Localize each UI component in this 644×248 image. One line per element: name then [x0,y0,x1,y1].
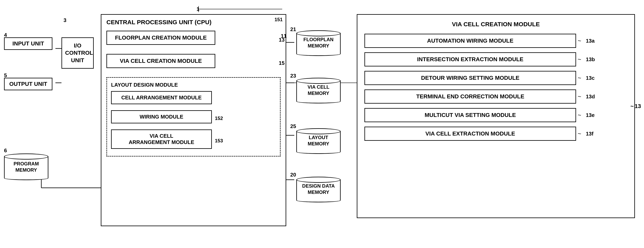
ref-13e: 13e [586,112,594,118]
output-unit-label: OUTPUT UNIT [4,78,52,90]
io-control-label: I/O CONTROL UNIT [62,37,94,69]
wiring-module: WIRING MODULE [111,110,212,123]
input-unit-label: INPUT UNIT [4,37,52,50]
wiring-row: WIRING MODULE 152 [111,110,276,127]
floorplan-memory-cylinder: FLOORPLAN MEMORY [296,30,341,56]
label-20: 20 [290,172,296,178]
label-3: 3 [64,17,66,24]
detour-wiring-setting-module: DETOUR WIRING SETTING MODULE [364,71,576,85]
output-unit-box: OUTPUT UNIT [4,78,52,92]
label-151: 151 [274,17,282,22]
label-13-cpu: 13 [279,37,284,43]
label-15: 15 [279,60,284,66]
diagram-container: 1 3 4 INPUT UNIT 5 OUTPUT UNIT I/O CONTR… [2,6,642,242]
layout-design-section: LAYOUT DESIGN MODULE 151 CELL ARRANGEMEN… [106,77,280,157]
via-module-row-13c: DETOUR WIRING SETTING MODULE ~ 13c [364,71,627,85]
label-153: 153 [215,138,223,144]
label-6: 6 [4,148,7,154]
via-cell-arrangement-module: VIA CELL ARRANGEMENT MODULE [111,130,212,149]
input-unit-box: INPUT UNIT [4,37,52,52]
cell-arrangement-module: CELL ARRANGEMENT MODULE [111,91,212,104]
label-152: 152 [215,115,223,121]
intersection-extraction-module: INTERSECTION EXTRACTION MODULE [364,52,576,66]
via-creation-panel: VIA CELL CREATION MODULE AUTOMATION WIRI… [357,14,635,218]
automation-wiring-module: AUTOMATION WIRING MODULE [364,34,576,48]
floorplan-creation-row: FLOORPLAN CREATION MODULE 13 [106,31,280,49]
label-21: 21 [290,26,296,33]
terminal-end-correction-module: TERMINAL END CORRECTION MODULE [364,89,576,104]
via-cell-creation-module: VIA CELL CREATION MODULE [106,54,215,68]
ref-13b: 13b [586,56,595,63]
label-25: 25 [290,123,296,130]
program-memory-cylinder: PROGRAM MEMORY [4,154,48,180]
via-module-row-13f: VIA CELL EXTRACTION MODULE ~ 13f [364,127,627,141]
multicut-via-setting-module: MULTICUT VIA SETTING MODULE [364,108,576,122]
label-1: 1 [196,6,199,12]
via-cell-extraction-module: VIA CELL EXTRACTION MODULE [364,127,576,141]
ref-13-outer: ~ 13 [630,103,641,109]
cpu-section: CENTRAL PROCESSING UNIT (CPU) 11 FLOORPL… [101,14,286,226]
cpu-title: CENTRAL PROCESSING UNIT (CPU) [106,19,280,26]
via-module-row-13e: MULTICUT VIA SETTING MODULE ~ 13e [364,108,627,122]
design-data-memory-cylinder: DESIGN DATA MEMORY [296,177,341,202]
floorplan-creation-module: FLOORPLAN CREATION MODULE [106,31,215,45]
via-creation-panel-title: VIA CELL CREATION MODULE [364,21,627,28]
label-23: 23 [290,73,296,79]
via-cell-memory-cylinder: VIA CELL MEMORY [296,78,341,103]
via-module-row-13d: TERMINAL END CORRECTION MODULE ~ 13d [364,89,627,104]
ref-13-label: 13 [635,103,641,109]
via-module-row-13b: INTERSECTION EXTRACTION MODULE ~ 13b [364,52,627,66]
ref-13a: 13a [586,38,594,44]
via-cell-creation-row: VIA CELL CREATION MODULE 15 [106,54,280,72]
layout-design-title: LAYOUT DESIGN MODULE [111,82,276,88]
io-control-box: I/O CONTROL UNIT [62,37,94,69]
ref-13f: 13f [586,131,594,137]
via-cell-arrangement-row: VIA CELL ARRANGEMENT MODULE 153 [111,130,276,152]
ref-13c: 13c [586,75,594,81]
ref-13d: 13d [586,93,595,100]
cell-arrangement-row: CELL ARRANGEMENT MODULE [111,91,276,107]
layout-memory-cylinder: LAYOUT MEMORY [296,128,341,154]
via-module-row-13a: AUTOMATION WIRING MODULE ~ 13a [364,34,627,48]
